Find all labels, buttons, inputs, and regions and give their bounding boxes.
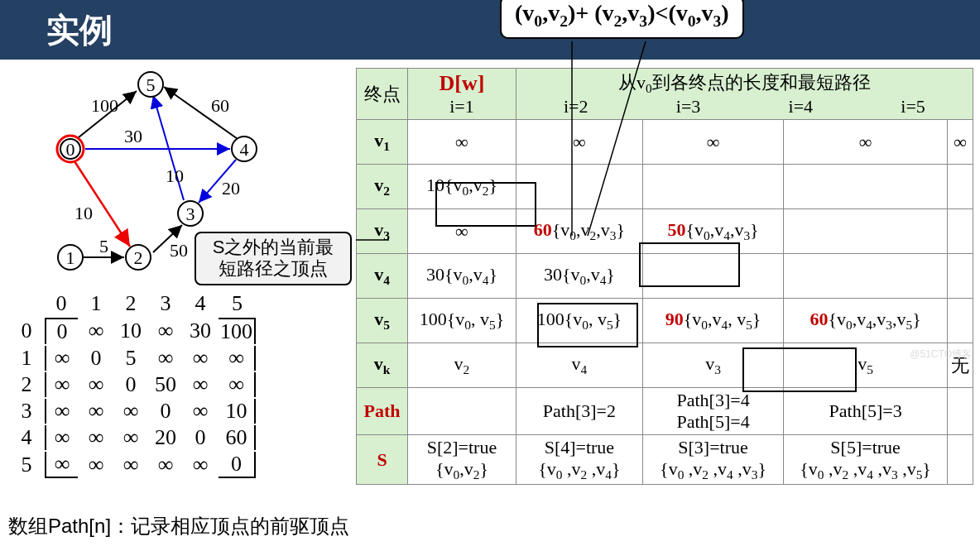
svg-text:20: 20 [222,178,240,199]
callout-s-outside: S之外的当前最短路径之顶点 [195,232,352,285]
cell-7-4 [947,435,973,485]
svg-text:0: 0 [66,139,75,160]
svg-text:10: 10 [166,165,184,186]
header-i1: i=1 [449,96,474,117]
svg-text:50: 50 [170,240,188,261]
svg-text:1: 1 [66,247,75,268]
svg-text:100: 100 [91,95,118,116]
cell-4-3: 60{v0,v4,v3,v5} [784,299,948,343]
header-endpoint: 终点 [364,84,401,104]
cell-5-1: v4 [516,343,642,388]
cell-1-2 [642,165,783,209]
row-label-1: v2 [357,165,408,209]
cell-0-1: ∞ [516,120,642,165]
cell-0-3: ∞ [784,120,948,165]
selection-box-v4 [537,303,638,347]
graph-node-1: 1 [58,245,83,270]
formula-callout: (v0,v2)+ (v2,v3)<(v0,v3) [500,0,744,39]
path-array-caption: 数组Path[n]：记录相应顶点的前驱顶点 [8,513,349,539]
adjacency-matrix: 012 345 0 0∞10∞30100 1 ∞05∞∞∞ 2 ∞∞050∞∞ … [8,290,257,480]
svg-text:4: 4 [240,139,249,160]
cell-4-0: 100{v0, v5} [408,299,516,343]
selection-box-v2 [435,182,536,227]
cell-3-0: 30{v0,v4} [408,254,516,299]
header-i2: i=2 [564,96,588,117]
row-label-4: v5 [357,299,408,343]
cell-3-4 [947,254,973,299]
cell-7-1: S[4]=true{v0 ,v2 ,v4} [516,435,642,485]
row-label-5: vk [357,343,408,388]
cell-0-2: ∞ [642,120,783,165]
cell-0-4: ∞ [947,120,973,165]
cell-7-0: S[2]=true{v0,v2} [408,435,516,485]
cell-3-3 [784,254,948,299]
selection-box-v3 [639,242,740,287]
graph-node-5: 5 [138,72,163,97]
svg-text:10: 10 [74,203,93,223]
row-label-7: S [357,435,408,485]
graph-node-3: 3 [178,201,203,226]
svg-text:3: 3 [186,204,195,224]
cell-4-2: 90{v0,v4, v5} [642,299,783,343]
cell-6-4 [947,388,973,435]
header-i3: i=3 [676,96,701,117]
svg-text:2: 2 [134,247,143,268]
row-label-0: v1 [357,120,408,165]
cell-1-4 [947,165,973,209]
cell-6-1: Path[3]=2 [516,388,642,435]
graph-node-0: 0 [57,136,84,162]
graph-node-2: 2 [126,245,151,270]
cell-3-1: 30{v0,v4} [516,254,642,299]
header-dw: D[w] [440,71,485,95]
slide-title: 实例 [0,0,980,60]
cell-6-0 [408,388,516,435]
cell-4-4 [947,299,973,343]
cell-6-2: Path[3]=4Path[5]=4 [642,388,783,435]
header-i4: i=4 [789,96,814,117]
cell-7-2: S[3]=true{v0 ,v2 ,v4 ,v3} [642,435,783,485]
svg-text:5: 5 [99,236,108,256]
svg-text:30: 30 [124,126,142,146]
svg-text:5: 5 [147,74,156,95]
row-label-6: Path [357,388,408,435]
header-i5: i=5 [901,96,925,117]
header-subtitle: 从v0到各终点的长度和最短路径 [520,70,969,96]
graph-node-4: 4 [232,137,257,161]
left-column: 100 60 30 20 10 10 50 5 0 5 4 3 2 1 S之外的… [8,66,356,293]
cell-2-3 [784,209,948,254]
cell-7-3: S[5]=true{v0 ,v2 ,v4 ,v3 ,v5} [784,435,948,485]
cell-2-4 [947,209,973,254]
cell-1-3 [784,165,948,209]
cell-5-0: v2 [408,343,516,388]
row-label-3: v4 [357,254,408,299]
svg-text:60: 60 [211,95,229,116]
watermark: @51CTO博客 [910,347,972,362]
row-label-2: v3 [357,209,408,254]
cell-0-0: ∞ [408,120,516,165]
cell-6-3: Path[5]=3 [784,388,948,435]
selection-box-v5 [742,347,857,392]
